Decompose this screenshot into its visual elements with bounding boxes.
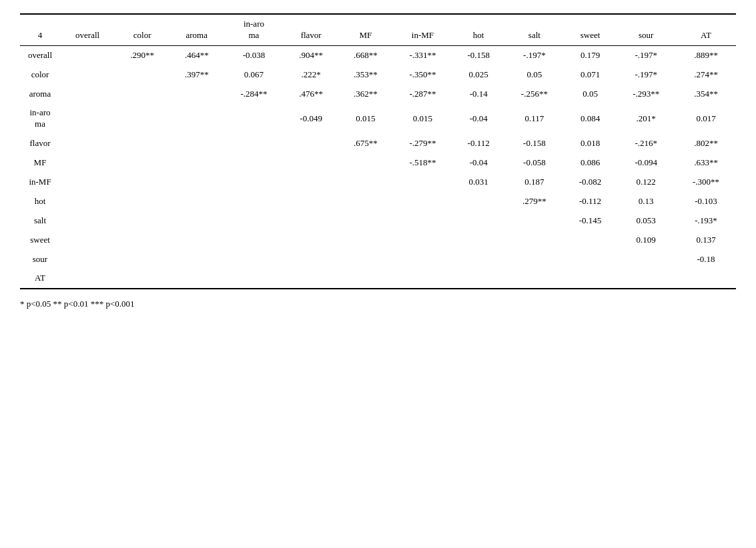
cell-4-1 bbox=[115, 134, 169, 153]
row-label-7: hot bbox=[20, 192, 60, 211]
cell-6-1 bbox=[115, 173, 169, 192]
cell-5-9: 0.086 bbox=[564, 153, 617, 173]
cell-11-10 bbox=[616, 269, 676, 289]
cell-5-6: -.518** bbox=[393, 153, 453, 173]
cell-5-1 bbox=[115, 153, 169, 173]
cell-11-5 bbox=[338, 269, 393, 289]
cell-6-3 bbox=[224, 173, 284, 192]
cell-11-9 bbox=[564, 269, 617, 289]
cell-3-2 bbox=[169, 103, 224, 134]
cell-3-1 bbox=[115, 103, 169, 134]
cell-5-4 bbox=[284, 153, 338, 173]
cell-8-7 bbox=[452, 211, 504, 231]
cell-5-2 bbox=[169, 153, 224, 173]
cell-9-0 bbox=[60, 231, 115, 250]
cell-1-6: -.350** bbox=[393, 65, 453, 85]
header-flavor: flavor bbox=[284, 14, 338, 45]
cell-3-4: -0.049 bbox=[284, 103, 338, 134]
cell-3-8: 0.117 bbox=[504, 103, 564, 134]
row-label-3: in-aroma bbox=[20, 103, 60, 134]
header-in-MF: in-MF bbox=[393, 14, 453, 45]
cell-8-5 bbox=[338, 211, 393, 231]
table-row: MF-.518**-0.04-0.0580.086-0.094.633** bbox=[20, 153, 736, 173]
cell-2-8: -.256** bbox=[504, 85, 564, 104]
header-salt: salt bbox=[504, 14, 564, 45]
cell-6-8: 0.187 bbox=[504, 173, 564, 192]
cell-7-1 bbox=[115, 192, 169, 211]
header-AT: AT bbox=[676, 14, 736, 45]
cell-2-3: -.284** bbox=[224, 85, 284, 104]
cell-0-9: 0.179 bbox=[564, 45, 617, 65]
row-label-8: salt bbox=[20, 211, 60, 231]
row-label-11: AT bbox=[20, 269, 60, 289]
cell-10-7 bbox=[452, 250, 504, 269]
header-MF: MF bbox=[338, 14, 393, 45]
cell-7-7 bbox=[452, 192, 504, 211]
cell-11-7 bbox=[452, 269, 504, 289]
cell-7-5 bbox=[338, 192, 393, 211]
cell-1-8: 0.05 bbox=[504, 65, 564, 85]
cell-1-10: -.197* bbox=[616, 65, 676, 85]
cell-8-9: -0.145 bbox=[564, 211, 617, 231]
cell-11-1 bbox=[115, 269, 169, 289]
cell-4-5: .675** bbox=[338, 134, 393, 153]
cell-9-6 bbox=[393, 231, 453, 250]
header-sour: sour bbox=[616, 14, 676, 45]
cell-7-11: -0.103 bbox=[676, 192, 736, 211]
cell-7-2 bbox=[169, 192, 224, 211]
cell-8-8 bbox=[504, 211, 564, 231]
cell-10-10 bbox=[616, 250, 676, 269]
cell-1-9: 0.071 bbox=[564, 65, 617, 85]
cell-5-11: .633** bbox=[676, 153, 736, 173]
cell-7-8: .279** bbox=[504, 192, 564, 211]
table-row: flavor.675**-.279**-0.112-0.1580.018-.21… bbox=[20, 134, 736, 153]
cell-11-2 bbox=[169, 269, 224, 289]
cell-9-11: 0.137 bbox=[676, 231, 736, 250]
cell-3-5: 0.015 bbox=[338, 103, 393, 134]
cell-11-6 bbox=[393, 269, 453, 289]
cell-3-7: -0.04 bbox=[452, 103, 504, 134]
cell-0-11: .889** bbox=[676, 45, 736, 65]
cell-3-11: 0.017 bbox=[676, 103, 736, 134]
table-row: AT bbox=[20, 269, 736, 289]
header-hot: hot bbox=[452, 14, 504, 45]
cell-10-1 bbox=[115, 250, 169, 269]
cell-2-1 bbox=[115, 85, 169, 104]
cell-5-5 bbox=[338, 153, 393, 173]
cell-5-10: -0.094 bbox=[616, 153, 676, 173]
cell-4-10: -.216* bbox=[616, 134, 676, 153]
cell-8-2 bbox=[169, 211, 224, 231]
cell-1-5: .353** bbox=[338, 65, 393, 85]
cell-9-1 bbox=[115, 231, 169, 250]
cell-2-2 bbox=[169, 85, 224, 104]
cell-9-3 bbox=[224, 231, 284, 250]
row-label-10: sour bbox=[20, 250, 60, 269]
cell-3-6: 0.015 bbox=[393, 103, 453, 134]
cell-9-4 bbox=[284, 231, 338, 250]
cell-6-2 bbox=[169, 173, 224, 192]
cell-11-0 bbox=[60, 269, 115, 289]
cell-10-6 bbox=[393, 250, 453, 269]
cell-6-7: 0.031 bbox=[452, 173, 504, 192]
cell-0-2: .464** bbox=[169, 45, 224, 65]
table-row: color.397**0.067.222*.353**-.350**0.0250… bbox=[20, 65, 736, 85]
table-row: sour-0.18 bbox=[20, 250, 736, 269]
cell-10-4 bbox=[284, 250, 338, 269]
cell-0-1: .290** bbox=[115, 45, 169, 65]
cell-8-4 bbox=[284, 211, 338, 231]
table-row: in-MF0.0310.187-0.0820.122-.300** bbox=[20, 173, 736, 192]
cell-5-8: -0.058 bbox=[504, 153, 564, 173]
row-label-6: in-MF bbox=[20, 173, 60, 192]
cell-8-3 bbox=[224, 211, 284, 231]
cell-8-6 bbox=[393, 211, 453, 231]
cell-2-9: 0.05 bbox=[564, 85, 617, 104]
cell-2-11: .354** bbox=[676, 85, 736, 104]
cell-2-5: .362** bbox=[338, 85, 393, 104]
cell-0-4: .904** bbox=[284, 45, 338, 65]
cell-9-7 bbox=[452, 231, 504, 250]
cell-3-10: .201* bbox=[616, 103, 676, 134]
cell-7-10: 0.13 bbox=[616, 192, 676, 211]
cell-3-9: 0.084 bbox=[564, 103, 617, 134]
table-row: sweet0.1090.137 bbox=[20, 231, 736, 250]
cell-3-3 bbox=[224, 103, 284, 134]
